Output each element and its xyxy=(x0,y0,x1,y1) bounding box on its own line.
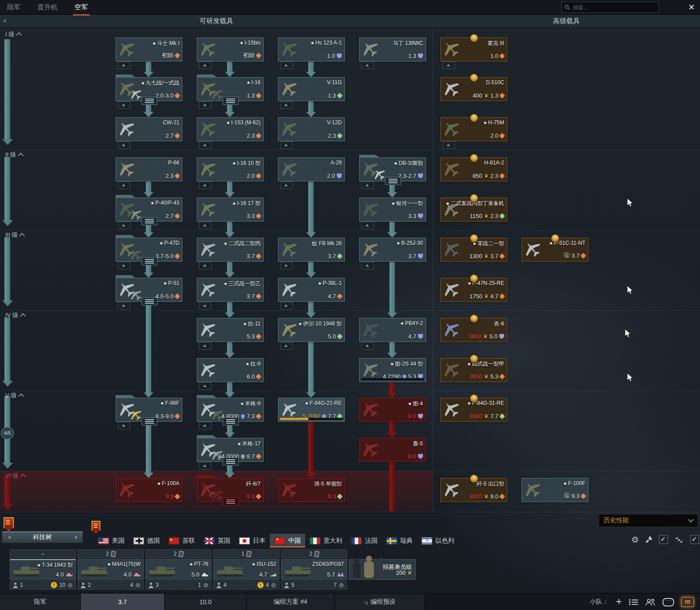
gear-icon[interactable]: ⚙ xyxy=(631,536,639,544)
vehicle-card[interactable]: 强-5 早期型9.3 xyxy=(278,478,345,502)
nation-tab-fr[interactable]: 法国 xyxy=(347,534,382,548)
vehicle-card[interactable]: ★九七战/一式战2.0-3.0 xyxy=(116,77,182,101)
vehicle-card[interactable]: 歼-6/79.3 xyxy=(197,478,264,502)
recruit-crew-card[interactable]: 招募乘员组 200♛ xyxy=(349,559,416,580)
vehicle-card[interactable]: ★四式战一型甲3850♛5.3 xyxy=(440,358,507,382)
nation-tab-jp[interactable]: 日本 xyxy=(235,534,270,548)
vehicle-card[interactable]: 歼-5 出口型8910♛9.0 xyxy=(440,478,507,502)
vehicle-card[interactable]: ★P-51C-11-NTⒼ3.7 xyxy=(522,238,588,262)
vehicle-card[interactable]: ★米格-94,80007.3 xyxy=(197,398,264,422)
vehicle-card[interactable]: ★I-153 (M-62)2.3 xyxy=(197,117,264,141)
vehicle-card[interactable]: ★三式战一型乙3.7 xyxy=(197,278,264,302)
squad-invite-plus-icon[interactable]: + xyxy=(616,596,622,607)
vehicle-card[interactable]: ★P-38L-14.7 xyxy=(278,278,345,302)
group-expand-button[interactable] xyxy=(141,297,157,305)
vehicle-card[interactable]: ★图-2S 44 型4,72905.3 xyxy=(359,358,426,382)
vehicle-card[interactable]: ★银河一一型3.3 xyxy=(359,198,426,222)
vehicle-card[interactable]: V-11G1.3 xyxy=(278,77,345,101)
crew-slot[interactable]: –★T-34 1943 型4.01!10⚙ xyxy=(10,549,76,590)
vehicle-card[interactable]: 马丁 139WC1.3 xyxy=(359,37,426,62)
vehicle-card[interactable]: P-662.3 xyxy=(116,157,182,181)
battle-task-bookmark-icon[interactable] xyxy=(91,521,100,533)
vehicle-card[interactable]: H-81A-2850♛2.3 xyxy=(440,157,507,181)
bottom-tab-2[interactable]: 3.7 xyxy=(81,594,165,610)
vehicle-card[interactable]: ★二式战二型丙3.7 xyxy=(197,238,264,262)
vehicle-card[interactable]: ★F-84G-21-RE5,20607.7 xyxy=(278,398,345,422)
vehicle-card[interactable]: ★伊尔-10 1946 型5.0 xyxy=(278,318,345,342)
group-expand-button[interactable] xyxy=(141,257,157,265)
tech-tree-tab[interactable]: « 科技树 « xyxy=(2,532,83,543)
vehicle-card[interactable]: ★I-161.3 xyxy=(197,77,264,101)
squadron-planes-icon[interactable] xyxy=(674,536,684,543)
vehicle-card[interactable]: ★F-84G-31-RE8380♛7.7 xyxy=(440,398,507,422)
nation-tab-de[interactable]: 德国 xyxy=(129,534,164,548)
group-expand-button[interactable] xyxy=(223,417,239,425)
performance-mode-dropdown[interactable]: 历史性能 xyxy=(599,514,698,527)
group-expand-button[interactable] xyxy=(223,97,239,105)
mode-tab-陆军[interactable]: 陆军 xyxy=(6,0,21,14)
mode-tab-直升机[interactable]: 直升机 xyxy=(37,0,58,14)
group-expand-button[interactable] xyxy=(141,97,157,105)
vehicle-card[interactable]: 蚊 FB Mk 263.7 xyxy=(278,238,345,262)
crew-slot-vehicle[interactable]: ★ISU-1524.7 xyxy=(213,559,279,580)
vehicle-card[interactable]: D.510C400♛1.3 xyxy=(440,77,507,101)
bottom-tab-4[interactable]: 编组方案 #4 xyxy=(247,594,335,610)
crew-slot-vehicle[interactable]: ★T-34 1943 型4.0 xyxy=(10,559,76,580)
vehicle-card[interactable]: 轰-58.0 xyxy=(359,438,426,462)
group-expand-button[interactable] xyxy=(223,458,239,466)
group-expand-button[interactable] xyxy=(141,217,157,225)
vehicle-card[interactable]: CW-212.7 xyxy=(116,117,182,141)
crew-slot[interactable]: 2ZSD63/PG875.757⚙ xyxy=(281,549,347,590)
vehicle-card[interactable]: ★I-15bis初始 xyxy=(197,37,264,62)
nation-tab-il[interactable]: 以色列 xyxy=(417,534,459,548)
vehicle-card[interactable]: ★米格-1734,00008.7 xyxy=(197,438,264,462)
vehicle-card[interactable]: ★F-100FⒼ9.3 xyxy=(522,478,588,502)
mail-icon[interactable]: ✉ xyxy=(681,597,694,607)
crew-slot-vehicle[interactable]: ZSD63/PG875.7 xyxy=(281,559,347,580)
vehicle-card[interactable]: ★PB4Y-24.7 xyxy=(359,318,426,342)
wrench-icon[interactable] xyxy=(645,536,653,544)
contacts-icon[interactable] xyxy=(645,598,655,606)
search-input[interactable] xyxy=(572,2,658,12)
group-expand-button[interactable] xyxy=(141,417,157,425)
vehicle-card[interactable]: ★DB-3/斯勃2.3-2.7 xyxy=(359,157,426,181)
crew-slot-vehicle[interactable]: ★M4A1(75)W4.0 xyxy=(78,559,144,580)
nation-tab-uk[interactable]: 英国 xyxy=(199,534,235,548)
group-expand-button[interactable] xyxy=(385,177,401,185)
vehicle-card[interactable]: ★B-25J-303.7 xyxy=(359,238,426,262)
crew-slot[interactable]: 1★ISU-1524.74!4⚙ xyxy=(213,549,279,590)
crew-slot[interactable]: 2★PT-765.031⚙ xyxy=(145,549,211,590)
battle-task-bookmark-icon[interactable] xyxy=(4,517,14,531)
nation-tab-it[interactable]: 意大利 xyxy=(305,534,347,548)
chat-icon[interactable] xyxy=(663,598,674,606)
bottom-tab-3[interactable]: 10.0 xyxy=(165,594,247,610)
crew-slot[interactable]: 2★M4A1(75)W4.024⚙ xyxy=(78,549,144,590)
nation-tab-cn[interactable]: 中国 xyxy=(270,534,305,548)
vehicle-card[interactable]: ★H-75M2.0 xyxy=(440,117,507,141)
vehicle-card[interactable]: ★零战二一型1300♛3.7 xyxy=(440,238,507,262)
group-expand-button[interactable] xyxy=(223,498,239,506)
vehicle-card[interactable]: A-292.0 xyxy=(278,157,345,181)
vehicle-card[interactable]: 青-63850♛5.0 xyxy=(440,318,507,342)
vehicle-card[interactable]: ★I-16 17 型3.3 xyxy=(197,198,264,222)
close-icon[interactable]: × xyxy=(688,0,695,14)
crew-slot-vehicle[interactable]: ★PT-765.0 xyxy=(145,559,211,580)
vehicle-card[interactable]: V-12D2.3 xyxy=(278,117,345,141)
vehicle-card[interactable]: ★F-47N-25-RE1750♛4.7 xyxy=(440,278,507,302)
vehicle-card[interactable]: ★F-86F8.3-9.0 xyxy=(116,398,182,422)
vehicle-card[interactable]: ★拉-96.0 xyxy=(197,358,264,382)
nation-tab-su[interactable]: 苏联 xyxy=(164,534,199,548)
vehicle-card[interactable]: ★二式复战丙型丁装备机1150♛2.3 xyxy=(440,198,507,222)
list-icon[interactable] xyxy=(629,599,638,606)
vehicle-card[interactable]: ★I-16 10 型2.0 xyxy=(197,157,264,181)
vehicle-card[interactable]: ★Hs 123 A-11.0 xyxy=(278,37,345,62)
squadron-checkbox[interactable] xyxy=(690,535,699,544)
nation-tab-se[interactable]: 瑞典 xyxy=(382,534,417,548)
bottom-tab-1[interactable]: 陆军 xyxy=(0,594,81,610)
wrench-checkbox[interactable] xyxy=(659,535,668,544)
nation-tab-us[interactable]: 美国 xyxy=(94,534,129,548)
bottom-tab-5[interactable]: ↑↓编组预设 xyxy=(335,594,425,610)
vehicle-card[interactable]: ★斗士 Mk I初始 xyxy=(116,37,182,62)
vehicle-card[interactable]: ★F-100A9.3 xyxy=(116,478,182,502)
vehicle-card[interactable]: ★P-47D3.7-5.0 xyxy=(116,238,182,262)
